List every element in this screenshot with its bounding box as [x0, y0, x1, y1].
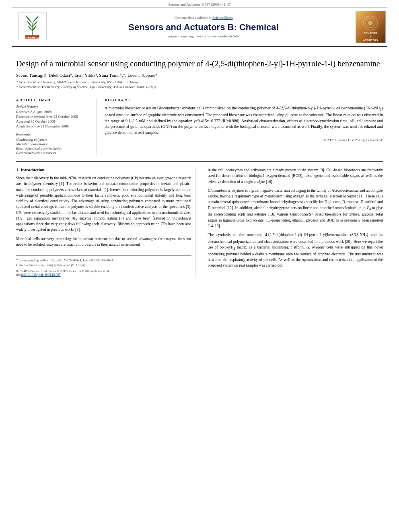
footnote-section: * Corresponding author. Tel.: +90 232 34…: [16, 255, 191, 268]
journal-header: ELSEVIER Contents lists available at Sci…: [12, 7, 387, 47]
available-date: Available online 21 November 2008: [16, 124, 91, 128]
section-1-para-1: Since their discovery in the mid-1970s, …: [16, 175, 191, 233]
journal-homepage: journal homepage: www.elsevier.com/locat…: [169, 34, 239, 38]
keyword-2: Microbial biosensors: [16, 142, 91, 146]
authors-text: Sevinc Tuncagilᵃ, Dilek Odaciᵇ, Ersin Yi…: [16, 73, 157, 78]
accepted-date: Accepted 30 October 2008: [16, 119, 91, 123]
info-abstract-section: ARTICLE INFO Article history: Received 8…: [16, 94, 383, 155]
svg-text:SENSORS: SENSORS: [364, 32, 377, 35]
svg-text:ACTUATORS: ACTUATORS: [363, 39, 378, 41]
svg-point-6: [368, 21, 373, 25]
copyright: © 2008 Elsevier B.V. All rights reserved…: [105, 138, 383, 142]
sensors-actuators-logo: SENSORS & ACTUATORS: [356, 11, 386, 43]
sciencedirect-line: Contents lists available at ScienceDirec…: [175, 16, 233, 20]
authors: Sevinc Tuncagilᵃ, Dilek Odaciᵇ, Ersin Yi…: [16, 73, 383, 78]
article-content: Design of a microbial sensor using condu…: [0, 47, 399, 285]
journal-logo-right: SENSORS & ACTUATORS: [351, 11, 387, 43]
abstract-body: A microbial biosensor based on Gluconoba…: [105, 106, 383, 135]
history-label: Article history:: [16, 105, 91, 109]
page: Sensors and Actuators B 137 (2009) 42–47: [0, 0, 399, 532]
doi-section: 0925-4005/$ – see front matter © 2008 El…: [16, 269, 191, 277]
footnote-star: * Corresponding author. Tel.: +90 232 34…: [16, 258, 191, 263]
section-1-right-para-1: in the cell, coenzymes and activators ar…: [208, 167, 383, 185]
article-info-title: ARTICLE INFO: [16, 98, 91, 102]
right-column: in the cell, coenzymes and activators ar…: [204, 167, 383, 277]
abstract-section: ABSTRACT A microbial biosensor based on …: [105, 98, 383, 155]
article-title: Design of a microbial sensor using condu…: [16, 58, 383, 69]
left-column: 1. Introduction Since their discovery in…: [16, 167, 196, 277]
abstract-text: A microbial biosensor based on Gluconoba…: [105, 105, 383, 136]
keyword-3: Electrochemical polymerization: [16, 146, 91, 150]
elsevier-logo-box: ELSEVIER: [19, 12, 47, 40]
doi-link[interactable]: doi:10.1016/j.snb.2008.10.067: [21, 273, 60, 277]
keyword-4: Electrochemical biosensors: [16, 151, 91, 155]
sciencedirect-link[interactable]: ScienceDirect: [212, 16, 232, 20]
main-body: 1. Introduction Since their discovery in…: [16, 161, 383, 277]
affiliations: ᵃ Department of Chemistry, Middle East T…: [16, 80, 383, 89]
doi-text: doi:doi:10.1016/j.snb.2008.10.067: [16, 273, 191, 277]
sciencedirect-prefix: Contents lists available at: [175, 16, 212, 20]
received-date: Received 8 August 2008: [16, 110, 91, 114]
section-1-para-2: Microbial cells are very promising for b…: [16, 236, 191, 248]
keywords-label: Keywords:: [16, 132, 91, 136]
homepage-link[interactable]: www.elsevier.com/locate/snb: [196, 34, 239, 38]
section-1-heading: 1. Introduction: [16, 167, 191, 172]
issn-text: 0925-4005/$ – see front matter © 2008 El…: [16, 269, 191, 273]
svg-text:&: &: [370, 36, 371, 38]
article-info: ARTICLE INFO Article history: Received 8…: [16, 98, 97, 155]
journal-citation: Sensors and Actuators B 137 (2009) 42–47: [169, 2, 231, 6]
keyword-1: Conducting polymers: [16, 138, 91, 142]
section-1-right-para-3: The synthesis of the monomer, 4-(2,5-di(…: [208, 232, 383, 269]
section-1-right-para-2: Gluconobacter oxydans is a gram-negative…: [208, 188, 383, 229]
affiliation-a: ᵃ Department of Chemistry, Middle East T…: [16, 80, 383, 84]
elsevier-logo: ELSEVIER: [12, 11, 56, 43]
journal-title: Sensors and Actuators B: Chemical: [128, 22, 278, 33]
abstract-title: ABSTRACT: [105, 98, 383, 102]
journal-center: Contents lists available at ScienceDirec…: [56, 11, 351, 43]
homepage-label: journal homepage:: [169, 34, 195, 38]
footnote-email: E-mail address: sunatimur@yahoo.com (S. …: [16, 263, 191, 268]
top-bar: Sensors and Actuators B 137 (2009) 42–47: [0, 0, 399, 7]
keywords-section: Keywords: Conducting polymers Microbial …: [16, 132, 91, 155]
affiliation-b: ᵇ Department of Biochemistry, Faculty of…: [16, 85, 383, 89]
revised-date: Received in revised form 23 October 2008: [16, 115, 91, 119]
svg-text:ELSEVIER: ELSEVIER: [25, 36, 39, 39]
